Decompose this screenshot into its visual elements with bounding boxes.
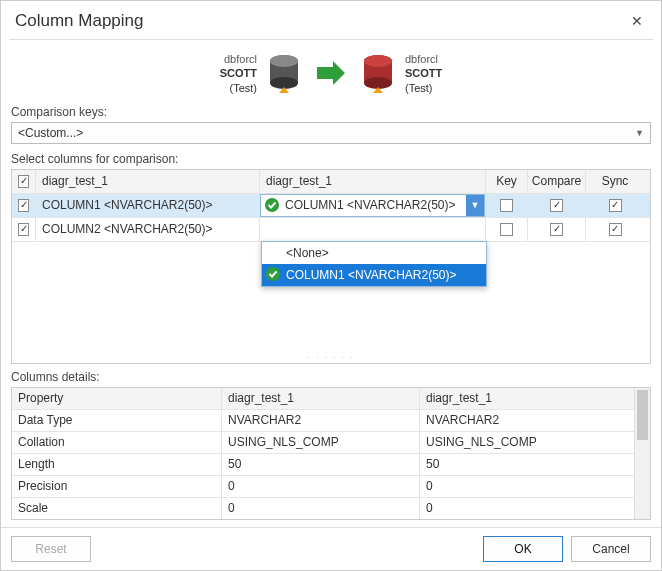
header-compare[interactable]: Compare bbox=[528, 170, 586, 193]
header-right[interactable]: diagr_test_1 bbox=[260, 170, 486, 193]
comparison-keys-dropdown[interactable]: <Custom...> ▼ bbox=[11, 122, 651, 144]
dialog-title: Column Mapping bbox=[15, 11, 144, 31]
schema-diagram: dbforcl SCOTT (Test) bbox=[1, 48, 661, 105]
row-checkbox[interactable] bbox=[18, 199, 29, 212]
details-header-property[interactable]: Property bbox=[12, 388, 222, 409]
prop-name: Scale bbox=[12, 498, 222, 519]
dropdown-option[interactable]: COLUMN1 <NVARCHAR2(50)> bbox=[262, 264, 486, 286]
comparison-keys-value: <Custom...> bbox=[18, 126, 83, 140]
details-grid: Property diagr_test_1 diagr_test_1 Data … bbox=[11, 387, 651, 520]
check-circle-icon bbox=[265, 198, 279, 212]
right-env-label: (Test) bbox=[405, 81, 442, 95]
compare-checkbox[interactable] bbox=[550, 223, 563, 236]
select-columns-label: Select columns for comparison: bbox=[1, 152, 661, 169]
prop-right: 0 bbox=[420, 498, 634, 519]
row-right-column-dropdown[interactable]: COLUMN1 <NVARCHAR2(50)> ▼ bbox=[260, 194, 485, 217]
key-checkbox[interactable] bbox=[500, 223, 513, 236]
header-left[interactable]: diagr_test_1 bbox=[36, 170, 260, 193]
compare-checkbox[interactable] bbox=[550, 199, 563, 212]
prop-left: 0 bbox=[222, 498, 420, 519]
ok-button[interactable]: OK bbox=[483, 536, 563, 562]
scrollbar[interactable] bbox=[634, 388, 650, 519]
left-schema-name: SCOTT bbox=[220, 66, 257, 80]
option-label: <None> bbox=[286, 246, 329, 260]
database-icon bbox=[267, 53, 301, 93]
prop-left: 0 bbox=[222, 476, 420, 497]
prop-left: 50 bbox=[222, 454, 420, 475]
details-header-right[interactable]: diagr_test_1 bbox=[420, 388, 634, 409]
dropdown-value: COLUMN1 <NVARCHAR2(50)> bbox=[283, 198, 466, 212]
right-conn-label: dbforcl bbox=[405, 52, 442, 66]
reset-button[interactable]: Reset bbox=[11, 536, 91, 562]
sync-checkbox[interactable] bbox=[609, 199, 622, 212]
prop-right: NVARCHAR2 bbox=[420, 410, 634, 431]
details-header-left[interactable]: diagr_test_1 bbox=[222, 388, 420, 409]
chevron-down-icon: ▼ bbox=[635, 128, 644, 138]
cancel-button[interactable]: Cancel bbox=[571, 536, 651, 562]
prop-left: NVARCHAR2 bbox=[222, 410, 420, 431]
row-left-column: COLUMN2 <NVARCHAR2(50)> bbox=[36, 218, 260, 241]
header-key[interactable]: Key bbox=[486, 170, 528, 193]
columns-grid: diagr_test_1 diagr_test_1 Key Compare Sy… bbox=[11, 169, 651, 364]
sync-checkbox[interactable] bbox=[609, 223, 622, 236]
row-checkbox[interactable] bbox=[18, 223, 29, 236]
prop-right: 0 bbox=[420, 476, 634, 497]
check-circle-icon bbox=[266, 267, 280, 284]
row-left-column: COLUMN1 <NVARCHAR2(50)> bbox=[36, 194, 260, 217]
database-icon bbox=[361, 53, 395, 93]
option-label: COLUMN1 <NVARCHAR2(50)> bbox=[286, 268, 457, 282]
details-label: Columns details: bbox=[1, 370, 661, 387]
svg-point-3 bbox=[270, 55, 298, 67]
prop-right: USING_NLS_COMP bbox=[420, 432, 634, 453]
right-schema-name: SCOTT bbox=[405, 66, 442, 80]
prop-left: USING_NLS_COMP bbox=[222, 432, 420, 453]
table-row[interactable]: COLUMN1 <NVARCHAR2(50)> COLUMN1 <NVARCHA… bbox=[12, 194, 650, 218]
prop-name: Collation bbox=[12, 432, 222, 453]
header-checkbox[interactable] bbox=[12, 170, 36, 193]
prop-right: 50 bbox=[420, 454, 634, 475]
comparison-keys-label: Comparison keys: bbox=[1, 105, 661, 122]
header-sync[interactable]: Sync bbox=[586, 170, 644, 193]
splitter-handle[interactable]: · · · · · · bbox=[12, 352, 650, 363]
arrow-icon bbox=[315, 61, 347, 85]
svg-marker-5 bbox=[317, 61, 345, 85]
dropdown-option[interactable]: <None> bbox=[262, 242, 486, 264]
prop-name: Length bbox=[12, 454, 222, 475]
chevron-down-icon[interactable]: ▼ bbox=[466, 195, 484, 216]
column-dropdown-list[interactable]: <None> COLUMN1 <NVARCHAR2(50)> bbox=[261, 241, 487, 287]
left-conn-label: dbforcl bbox=[220, 52, 257, 66]
table-row[interactable]: COLUMN2 <NVARCHAR2(50)> bbox=[12, 218, 650, 242]
svg-point-9 bbox=[364, 55, 392, 67]
prop-name: Precision bbox=[12, 476, 222, 497]
left-env-label: (Test) bbox=[220, 81, 257, 95]
row-right-column[interactable] bbox=[260, 218, 486, 241]
prop-name: Data Type bbox=[12, 410, 222, 431]
close-button[interactable]: ✕ bbox=[627, 11, 647, 31]
key-checkbox[interactable] bbox=[500, 199, 513, 212]
